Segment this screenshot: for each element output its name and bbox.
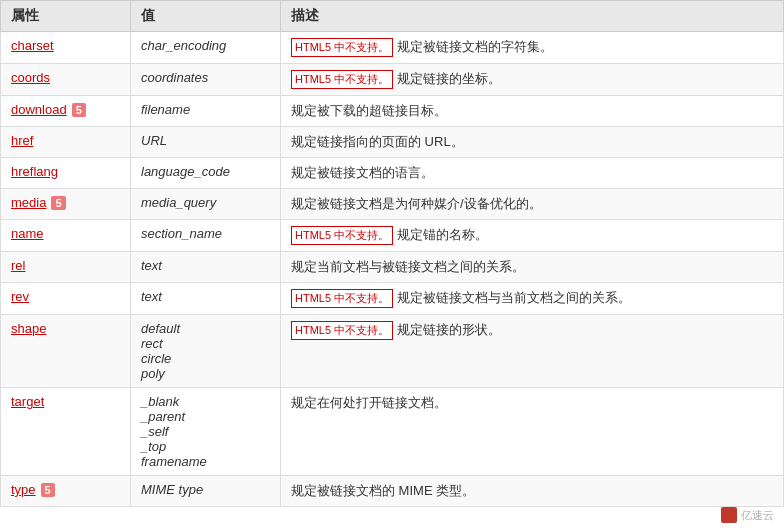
value-cell: char_encoding bbox=[131, 32, 281, 64]
attr-cell: charset bbox=[1, 32, 131, 64]
html5-not-supported-badge: HTML5 中不支持。 bbox=[291, 70, 393, 89]
table-row: revtextHTML5 中不支持。规定被链接文档与当前文档之间的关系。 bbox=[1, 283, 784, 315]
value-cell: _blank _parent _self _top framename bbox=[131, 388, 281, 476]
attr-cell: coords bbox=[1, 64, 131, 96]
desc-cell: HTML5 中不支持。规定被链接文档的字符集。 bbox=[281, 32, 784, 64]
table-row: type5MIME type规定被链接文档的 MIME 类型。 bbox=[1, 476, 784, 507]
header-val: 值 bbox=[131, 1, 281, 32]
attr-cell: type5 bbox=[1, 476, 131, 507]
html5-new-icon: 5 bbox=[51, 196, 65, 210]
desc-cell: 规定链接指向的页面的 URL。 bbox=[281, 127, 784, 158]
table-row: media5media_query规定被链接文档是为何种媒介/设备优化的。 bbox=[1, 189, 784, 220]
attr-cell: rev bbox=[1, 283, 131, 315]
table-row: reltext规定当前文档与被链接文档之间的关系。 bbox=[1, 252, 784, 283]
attr-link[interactable]: coords bbox=[11, 70, 50, 85]
attr-link[interactable]: hreflang bbox=[11, 164, 58, 179]
desc-cell: 规定当前文档与被链接文档之间的关系。 bbox=[281, 252, 784, 283]
value-cell: media_query bbox=[131, 189, 281, 220]
attr-link[interactable]: rel bbox=[11, 258, 25, 273]
attributes-table: 属性 值 描述 charsetchar_encodingHTML5 中不支持。规… bbox=[0, 0, 784, 507]
attr-cell: name bbox=[1, 220, 131, 252]
table-row: shapedefault rect circle polyHTML5 中不支持。… bbox=[1, 315, 784, 388]
desc-cell: 规定被链接文档的 MIME 类型。 bbox=[281, 476, 784, 507]
desc-cell: 规定在何处打开链接文档。 bbox=[281, 388, 784, 476]
table-row: coordscoordinatesHTML5 中不支持。规定链接的坐标。 bbox=[1, 64, 784, 96]
value-cell: default rect circle poly bbox=[131, 315, 281, 388]
attr-link[interactable]: target bbox=[11, 394, 44, 409]
attr-cell: shape bbox=[1, 315, 131, 388]
attr-cell: rel bbox=[1, 252, 131, 283]
table-row: download5filename规定被下载的超链接目标。 bbox=[1, 96, 784, 127]
table-row: charsetchar_encodingHTML5 中不支持。规定被链接文档的字… bbox=[1, 32, 784, 64]
html5-not-supported-badge: HTML5 中不支持。 bbox=[291, 38, 393, 57]
header-desc: 描述 bbox=[281, 1, 784, 32]
attr-cell: target bbox=[1, 388, 131, 476]
value-cell: text bbox=[131, 252, 281, 283]
attr-cell: hreflang bbox=[1, 158, 131, 189]
value-cell: text bbox=[131, 283, 281, 315]
attr-link[interactable]: href bbox=[11, 133, 33, 148]
html5-not-supported-badge: HTML5 中不支持。 bbox=[291, 289, 393, 308]
html5-not-supported-badge: HTML5 中不支持。 bbox=[291, 226, 393, 245]
table-row: hrefURL规定链接指向的页面的 URL。 bbox=[1, 127, 784, 158]
desc-cell: HTML5 中不支持。规定链接的形状。 bbox=[281, 315, 784, 388]
desc-cell: HTML5 中不支持。规定被链接文档与当前文档之间的关系。 bbox=[281, 283, 784, 315]
attr-link[interactable]: shape bbox=[11, 321, 46, 336]
desc-cell: HTML5 中不支持。规定锚的名称。 bbox=[281, 220, 784, 252]
desc-cell: 规定被链接文档的语言。 bbox=[281, 158, 784, 189]
table-row: namesection_nameHTML5 中不支持。规定锚的名称。 bbox=[1, 220, 784, 252]
value-cell: filename bbox=[131, 96, 281, 127]
html5-new-icon: 5 bbox=[72, 103, 86, 117]
value-cell: coordinates bbox=[131, 64, 281, 96]
desc-cell: HTML5 中不支持。规定链接的坐标。 bbox=[281, 64, 784, 96]
value-cell: URL bbox=[131, 127, 281, 158]
attr-link[interactable]: type bbox=[11, 482, 36, 497]
attr-cell: download5 bbox=[1, 96, 131, 127]
value-cell: language_code bbox=[131, 158, 281, 189]
html5-new-icon: 5 bbox=[41, 483, 55, 497]
table-row: target_blank _parent _self _top framenam… bbox=[1, 388, 784, 476]
table-row: hreflanglanguage_code规定被链接文档的语言。 bbox=[1, 158, 784, 189]
attr-cell: media5 bbox=[1, 189, 131, 220]
value-cell: section_name bbox=[131, 220, 281, 252]
attr-link[interactable]: charset bbox=[11, 38, 54, 53]
attr-cell: href bbox=[1, 127, 131, 158]
attr-link[interactable]: rev bbox=[11, 289, 29, 304]
desc-cell: 规定被链接文档是为何种媒介/设备优化的。 bbox=[281, 189, 784, 220]
attr-link[interactable]: download bbox=[11, 102, 67, 117]
header-attr: 属性 bbox=[1, 1, 131, 32]
value-cell: MIME type bbox=[131, 476, 281, 507]
attr-link[interactable]: name bbox=[11, 226, 44, 241]
desc-cell: 规定被下载的超链接目标。 bbox=[281, 96, 784, 127]
html5-not-supported-badge: HTML5 中不支持。 bbox=[291, 321, 393, 340]
attr-link[interactable]: media bbox=[11, 195, 46, 210]
